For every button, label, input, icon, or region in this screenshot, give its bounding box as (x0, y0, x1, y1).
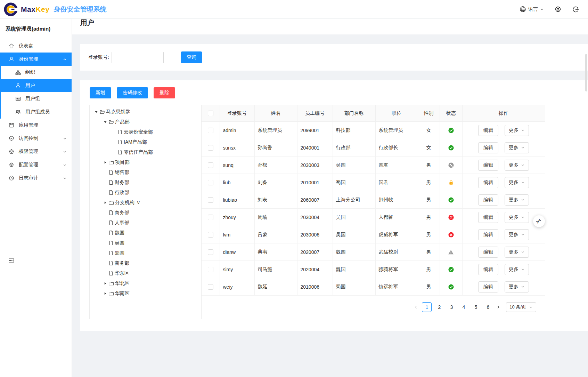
row-checkbox[interactable] (208, 249, 213, 255)
edit-button[interactable]: 编辑 (478, 212, 498, 223)
page-button[interactable]: 1 (422, 302, 432, 312)
edit-button[interactable]: 编辑 (478, 194, 498, 206)
page-size-select[interactable]: 10 条/页 (506, 302, 536, 312)
column-header: 姓名 (254, 105, 297, 122)
more-button[interactable]: 更多 (505, 264, 529, 275)
page-button[interactable]: 4 (459, 302, 468, 312)
more-button[interactable]: 更多 (505, 125, 529, 136)
change-password-button[interactable]: 密码修改 (117, 87, 148, 98)
tree-node[interactable]: 项目部 (90, 157, 201, 167)
row-checkbox[interactable] (208, 284, 213, 290)
logout-button[interactable] (572, 6, 579, 13)
tree-node[interactable]: 华南区 (90, 288, 201, 298)
page-button[interactable]: 3 (447, 302, 456, 312)
sidebar-item-access-control[interactable]: 访问控制 (0, 132, 72, 145)
edit-button[interactable]: 编辑 (478, 229, 498, 240)
tree-node[interactable]: 吴国 (90, 238, 201, 248)
tree-node[interactable]: 商务部 (90, 208, 201, 218)
user-icon (15, 83, 21, 88)
cell-department: 上海分公司 (333, 191, 375, 209)
more-button[interactable]: 更多 (505, 142, 529, 153)
row-checkbox[interactable] (208, 128, 213, 133)
cell-actions: 编辑更多 (462, 243, 545, 261)
tree-node[interactable]: 蜀国 (90, 248, 201, 258)
caret-right-icon[interactable] (102, 282, 108, 285)
page-button[interactable]: 2 (435, 302, 444, 312)
sidebar-item-identity[interactable]: 身份管理 (0, 53, 72, 66)
tree-node[interactable]: 销售部 (90, 167, 201, 177)
tree-node[interactable]: 商务部 (90, 258, 201, 268)
tree-node[interactable]: 零信任产品部 (90, 147, 201, 157)
row-checkbox[interactable] (208, 267, 213, 272)
edit-button[interactable]: 编辑 (478, 264, 498, 275)
tree-node[interactable]: 马克思钥匙 (90, 107, 201, 117)
sidebar-item-permissions[interactable]: 权限管理 (0, 145, 72, 158)
tree-node-label: 华东区 (115, 270, 129, 276)
language-menu[interactable]: 语言 (520, 6, 544, 13)
query-button[interactable]: 查询 (181, 51, 202, 63)
vertical-scrollbar[interactable] (585, 54, 587, 91)
tree-node-label: 行政部 (115, 190, 129, 196)
settings-button[interactable] (554, 6, 562, 13)
more-button[interactable]: 更多 (505, 281, 529, 292)
delete-button[interactable]: 删除 (154, 87, 175, 98)
sidebar-item-audit[interactable]: 日志审计 (0, 171, 72, 185)
select-all-checkbox[interactable] (208, 111, 213, 116)
cell-department: 魏国 (333, 261, 375, 278)
row-select-cell (202, 174, 220, 191)
tree-node[interactable]: 人事部 (90, 218, 201, 228)
caret-right-icon[interactable] (102, 292, 108, 295)
row-checkbox[interactable] (208, 145, 213, 151)
more-button[interactable]: 更多 (505, 229, 529, 240)
edit-button[interactable]: 编辑 (478, 177, 498, 188)
tree-node[interactable]: 分支机构_v (90, 198, 201, 208)
sidebar-item-dashboard[interactable]: 仪表盘 (0, 39, 72, 53)
edit-button[interactable]: 编辑 (478, 160, 498, 171)
edit-button[interactable]: 编辑 (478, 247, 498, 258)
cell-gender: 男 (418, 226, 440, 243)
page-button[interactable]: 5 (471, 302, 480, 312)
sidebar-item-users[interactable]: 用户 (1, 79, 72, 92)
sidebar-item-organizations[interactable]: 组织 (1, 66, 72, 79)
caret-down-icon[interactable] (93, 110, 99, 114)
more-button[interactable]: 更多 (505, 212, 529, 223)
sidebar-item-config[interactable]: 配置管理 (0, 158, 72, 171)
caret-right-icon[interactable] (102, 161, 108, 164)
more-button[interactable]: 更多 (505, 247, 529, 258)
tree-node[interactable]: 魏国 (90, 228, 201, 238)
row-checkbox[interactable] (208, 162, 213, 168)
next-page-button[interactable] (496, 305, 501, 309)
row-checkbox[interactable] (208, 197, 213, 203)
tree-node[interactable]: 财务部 (90, 177, 201, 187)
row-checkbox[interactable] (208, 180, 213, 185)
page-button[interactable]: 6 (483, 302, 492, 312)
tree-node[interactable]: 华东区 (90, 268, 201, 278)
cell-employee-no: 2030006 (297, 226, 333, 243)
tree-node[interactable]: 云身份安全部 (90, 127, 201, 137)
tree-node[interactable]: 产品部 (90, 117, 201, 127)
sidebar-item-apps[interactable]: 应用管理 (0, 119, 72, 132)
sidebar-collapse-button[interactable] (8, 257, 15, 264)
tree-node[interactable]: IAM产品部 (90, 137, 201, 147)
floating-tool-button[interactable]: ✂ (533, 215, 545, 227)
previous-page-button[interactable] (413, 305, 419, 309)
row-checkbox[interactable] (208, 215, 213, 220)
tree-node[interactable]: 华北区 (90, 278, 201, 288)
file-icon (117, 150, 123, 155)
caret-down-icon[interactable] (102, 120, 108, 124)
brand-name: MaxKey (21, 5, 49, 14)
sidebar-item-user-groups[interactable]: 用户组 (1, 92, 72, 105)
login-account-input[interactable] (112, 52, 164, 63)
row-checkbox[interactable] (208, 232, 213, 238)
file-icon (108, 190, 114, 195)
more-button[interactable]: 更多 (505, 160, 529, 171)
more-button[interactable]: 更多 (505, 194, 529, 206)
more-button[interactable]: 更多 (505, 177, 529, 188)
caret-right-icon[interactable] (102, 201, 108, 204)
edit-button[interactable]: 编辑 (478, 125, 498, 136)
add-button[interactable]: 新增 (90, 87, 111, 98)
sidebar-item-user-group-members[interactable]: 用户组成员 (1, 105, 72, 119)
tree-node[interactable]: 行政部 (90, 187, 201, 198)
edit-button[interactable]: 编辑 (478, 281, 498, 292)
edit-button[interactable]: 编辑 (478, 142, 498, 153)
